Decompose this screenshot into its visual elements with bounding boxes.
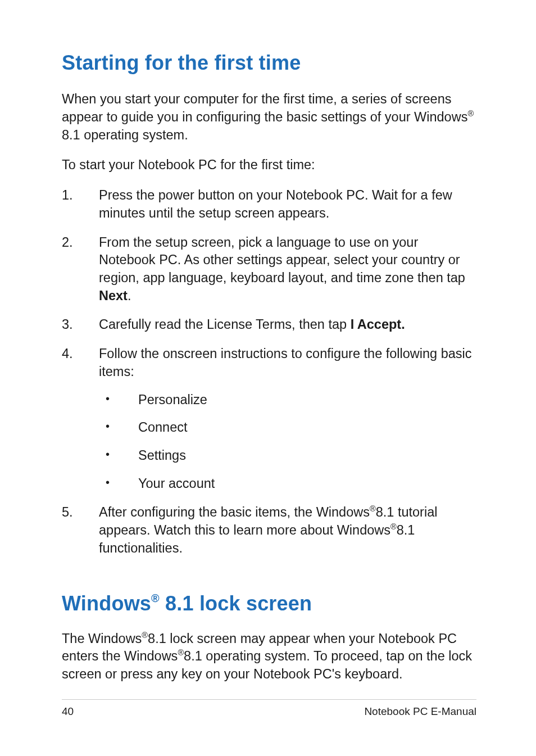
- step-2-b: .: [128, 288, 131, 303]
- registered-mark: ®: [142, 631, 148, 640]
- subitem-personalize: Personalize: [99, 391, 476, 409]
- heading2-post: 8.1 lock screen: [160, 592, 312, 615]
- registered-mark-sup: ®: [151, 592, 160, 604]
- intro-paragraph-2: To start your Notebook PC for the first …: [62, 156, 476, 174]
- step-3-a: Carefully read the License Terms, then t…: [99, 317, 351, 332]
- lockscreen-a: The Windows: [62, 631, 142, 646]
- registered-mark: ®: [390, 522, 397, 531]
- step-5: After configuring the basic items, the W…: [62, 504, 476, 557]
- step-5-a: After configuring the basic items, the W…: [99, 505, 370, 519]
- subitem-settings: Settings: [99, 447, 476, 465]
- page-content: Starting for the first time When you sta…: [0, 0, 536, 683]
- step-4-sublist: Personalize Connect Settings Your accoun…: [99, 391, 476, 493]
- intro-paragraph-1: When you start your computer for the fir…: [62, 90, 476, 144]
- subitem-your-account: Your account: [99, 475, 476, 493]
- footer-title: Notebook PC E-Manual: [364, 705, 476, 718]
- registered-mark: ®: [370, 505, 376, 514]
- heading-starting-first-time: Starting for the first time: [62, 51, 476, 75]
- heading2-pre: Windows: [62, 592, 151, 615]
- intro-p1-a: When you start your computer for the fir…: [62, 92, 467, 124]
- step-3: Carefully read the License Terms, then t…: [62, 316, 476, 334]
- steps-list: Press the power button on your Notebook …: [62, 187, 476, 558]
- step-2-a: From the setup screen, pick a language t…: [99, 235, 465, 285]
- lockscreen-paragraph: The Windows®8.1 lock screen may appear w…: [62, 630, 476, 683]
- step-4: Follow the onscreen instructions to conf…: [62, 345, 476, 492]
- step-4-text: Follow the onscreen instructions to conf…: [99, 346, 472, 379]
- page-footer: 40 Notebook PC E-Manual: [62, 699, 476, 718]
- registered-mark: ®: [467, 109, 474, 118]
- page-number: 40: [62, 705, 74, 718]
- heading-lock-screen: Windows® 8.1 lock screen: [62, 591, 476, 615]
- registered-mark: ®: [178, 649, 184, 658]
- step-2: From the setup screen, pick a language t…: [62, 234, 476, 305]
- step-2-bold-next: Next: [99, 288, 128, 303]
- step-1: Press the power button on your Notebook …: [62, 187, 476, 222]
- step-3-bold-accept: I Accept.: [351, 317, 405, 332]
- subitem-connect: Connect: [99, 419, 476, 437]
- intro-p1-b: 8.1 operating system.: [62, 128, 188, 142]
